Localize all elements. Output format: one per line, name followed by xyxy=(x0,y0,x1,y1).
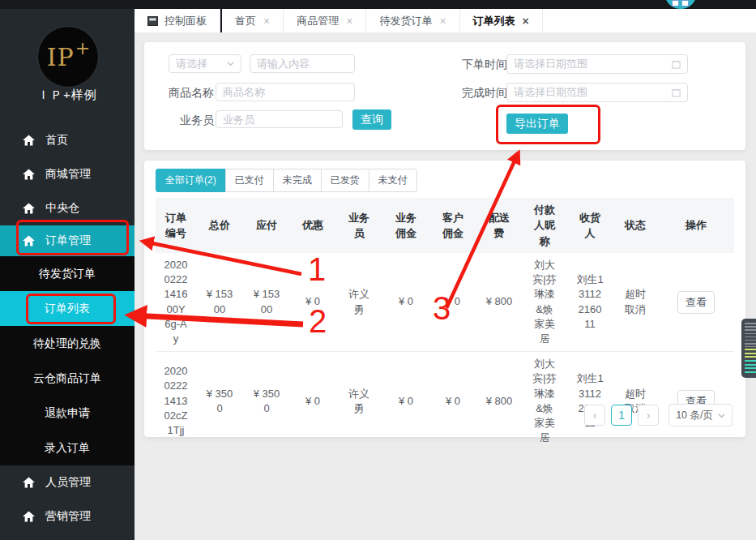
col-receiver: 收货人 xyxy=(567,198,613,253)
tab-unpaid[interactable]: 未支付 xyxy=(369,169,417,192)
cell-receiver: 刘生13112216011 xyxy=(567,253,613,352)
col-discount: 优惠 xyxy=(290,198,335,253)
sidebar-item-label: 待处理的兑换 xyxy=(33,336,101,351)
view-button[interactable]: 查看 xyxy=(677,291,715,314)
cell-payable: ¥ 15300 xyxy=(243,253,290,352)
sidebar: IP+ ＩＰ+样例 首页 商城管理 中央仓 订单管理 待发货订单 订单列表 待处… xyxy=(0,0,135,540)
export-orders-button[interactable]: 导出订单 xyxy=(506,114,568,134)
salesman-input[interactable] xyxy=(216,110,343,128)
table-row: 20200222141600Y6g-Ay ¥ 15300 ¥ 15300 ¥ 0… xyxy=(156,253,734,352)
close-icon[interactable]: × xyxy=(263,15,270,27)
close-icon[interactable]: × xyxy=(346,15,352,27)
sidebar-item-label: 人员管理 xyxy=(45,475,91,490)
cell-sales-commission: ¥ 0 xyxy=(382,352,429,451)
sidebar-item-label: 营销管理 xyxy=(45,509,91,524)
cell-sales-commission: ¥ 0 xyxy=(382,253,429,352)
sidebar-item-label: 首页 xyxy=(45,133,68,148)
cell-payable: ¥ 3500 xyxy=(243,352,290,451)
page-size-select[interactable]: 10 条/页 xyxy=(668,404,733,426)
sidebar-menu: 首页 商城管理 中央仓 订单管理 待发货订单 订单列表 待处理的兑换 云仓商品订… xyxy=(0,123,135,534)
home-icon xyxy=(23,511,35,522)
tab-order-list[interactable]: 订单列表 × xyxy=(460,9,543,32)
table-row: 20200222141302cZ1Tjj ¥ 3500 ¥ 3500 ¥ 0 许… xyxy=(156,352,734,451)
cell-discount: ¥ 0 xyxy=(290,352,335,451)
sidebar-item-cloud-warehouse-orders[interactable]: 云仓商品订单 xyxy=(0,361,135,396)
tab-product-mgmt[interactable]: 商品管理 × xyxy=(284,9,366,32)
cell-total: ¥ 15300 xyxy=(196,253,243,352)
sidebar-item-label: 录入订单 xyxy=(45,441,90,456)
tab-home[interactable]: 首页 × xyxy=(220,9,284,32)
sidebar-item-marketing-mgmt[interactable]: 营销管理 xyxy=(0,499,135,534)
close-icon[interactable]: × xyxy=(523,15,529,27)
logo-text: IP xyxy=(47,43,75,71)
sidebar-item-label: 中央仓 xyxy=(45,201,79,216)
cell-status: 超时取消 xyxy=(613,352,658,451)
tab-incomplete[interactable]: 未完成 xyxy=(273,169,322,192)
keyword-input[interactable] xyxy=(250,54,355,73)
badge-glyph xyxy=(672,0,679,6)
cell-customer-commission: ¥ 0 xyxy=(429,253,476,352)
chevron-down-icon xyxy=(718,412,725,419)
tab-label: 待发货订单 xyxy=(379,14,432,28)
col-sales-commission: 业务佣金 xyxy=(382,198,429,253)
sidebar-item-pending-shipment[interactable]: 待发货订单 xyxy=(0,256,135,291)
table-header-row: 订单编号 总价 应付 优惠 业务员 业务佣金 客户佣金 配送费 付款人昵称 收货… xyxy=(156,198,734,253)
cell-delivery-fee: ¥ 800 xyxy=(476,352,522,451)
cell-receiver: 刘生13112216011 xyxy=(567,352,613,451)
logo-plus: + xyxy=(75,38,90,58)
close-icon[interactable]: × xyxy=(439,15,446,27)
brand-name: ＩＰ+样例 xyxy=(0,88,135,103)
sidebar-item-order-list[interactable]: 订单列表 xyxy=(0,291,135,326)
date-placeholder: 请选择日期范围 xyxy=(514,85,587,100)
top-strip xyxy=(0,0,756,9)
sidebar-item-mall-mgmt[interactable]: 商城管理 xyxy=(0,157,135,191)
col-delivery-fee: 配送费 xyxy=(476,198,522,253)
order-time-range-input[interactable]: 请选择日期范围 xyxy=(506,54,688,74)
prev-page-button[interactable]: ‹ xyxy=(584,405,605,426)
tab-all-orders[interactable]: 全部订单(2) xyxy=(156,169,226,192)
sidebar-item-label: 云仓商品订单 xyxy=(33,371,101,386)
calendar-icon xyxy=(672,60,681,69)
sidebar-item-label: 退款申请 xyxy=(45,406,90,421)
cell-salesman: 许义勇 xyxy=(335,352,382,451)
cell-payer-nickname: 刘大宾|芬琳漆&焕家美居 xyxy=(522,352,567,451)
sidebar-item-order-mgmt[interactable]: 订单管理 xyxy=(0,225,135,256)
sidebar-item-enter-order[interactable]: 录入订单 xyxy=(0,431,135,465)
sidebar-item-refund-request[interactable]: 退款申请 xyxy=(0,396,135,431)
sidebar-item-label: 商城管理 xyxy=(45,167,91,182)
tab-label: 首页 xyxy=(235,14,256,28)
calendar-icon xyxy=(672,88,681,97)
col-order-no: 订单编号 xyxy=(156,198,196,253)
sidebar-item-pending-exchange[interactable]: 待处理的兑换 xyxy=(0,326,135,361)
col-status: 状态 xyxy=(613,198,658,253)
tab-dashboard[interactable]: 控制面板 xyxy=(135,9,220,32)
tab-paid[interactable]: 已支付 xyxy=(225,169,274,192)
order-time-label: 下单时间 xyxy=(462,55,507,73)
tab-shipped[interactable]: 已发货 xyxy=(321,169,369,192)
tab-pending-shipment[interactable]: 待发货订单 × xyxy=(366,9,459,32)
col-action: 操作 xyxy=(658,198,734,253)
home-icon xyxy=(23,135,35,146)
cell-discount: ¥ 0 xyxy=(290,253,335,352)
sidebar-item-home[interactable]: 首页 xyxy=(0,123,135,157)
sidebar-item-central-warehouse[interactable]: 中央仓 xyxy=(0,191,135,225)
floating-badge[interactable] xyxy=(664,0,697,9)
order-status-tabs: 全部订单(2) 已支付 未完成 已发货 未支付 xyxy=(156,169,416,192)
finish-time-label: 完成时间 xyxy=(462,84,507,101)
sidebar-item-label: 订单列表 xyxy=(45,302,90,316)
product-name-input[interactable] xyxy=(216,83,355,101)
current-page[interactable]: 1 xyxy=(611,405,632,426)
cell-payer-nickname: 刘大宾|芬琳漆&焕家美居 xyxy=(522,253,567,352)
home-icon xyxy=(23,235,35,246)
orders-panel: 全部订单(2) 已支付 未完成 已发货 未支付 订单编号 总价 应付 优惠 业务… xyxy=(144,161,745,437)
filter-type-select[interactable]: 请选择 xyxy=(169,54,241,73)
col-payable: 应付 xyxy=(243,198,290,253)
widget-stripes-gray xyxy=(745,323,756,347)
finish-time-range-input[interactable]: 请选择日期范围 xyxy=(506,83,688,102)
pagination: ‹ 1 › 10 条/页 xyxy=(579,404,733,426)
next-page-button[interactable]: › xyxy=(638,405,659,426)
search-button[interactable]: 查询 xyxy=(352,109,391,130)
sidebar-item-personnel-mgmt[interactable]: 人员管理 xyxy=(0,465,135,499)
app-logo: IP+ xyxy=(37,26,99,88)
floating-side-widget[interactable] xyxy=(741,319,756,378)
